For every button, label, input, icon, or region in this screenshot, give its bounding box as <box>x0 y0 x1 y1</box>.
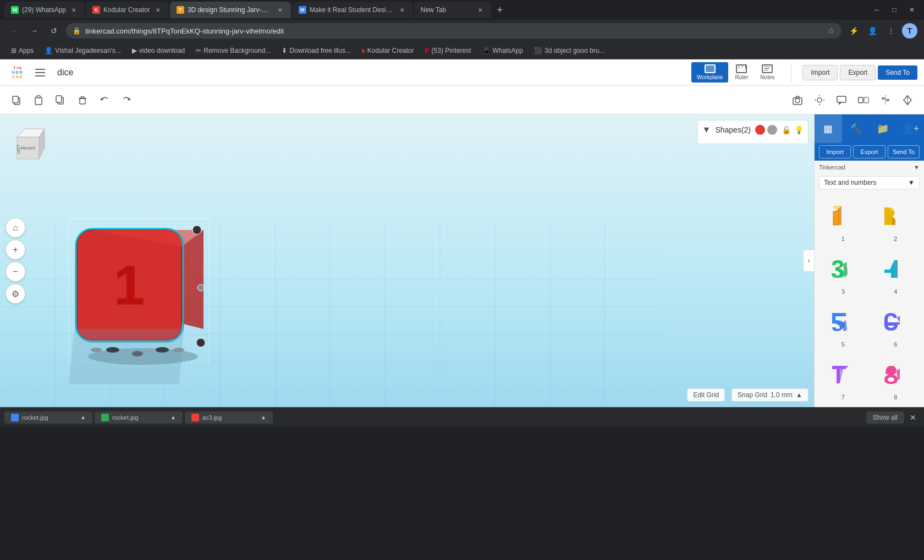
snap-grid-control[interactable]: Snap Grid 1.0 mm ▲ <box>732 388 809 402</box>
bookmark-3dobject[interactable]: ⬛ 3d object gooo bru... <box>530 46 609 56</box>
tc-viewport[interactable]: 1 1 <box>0 114 814 407</box>
menu-icon[interactable] <box>35 65 51 80</box>
eye-icon[interactable]: 💡 <box>794 125 804 134</box>
settings-icon[interactable]: ⋮ <box>883 23 899 39</box>
bookmark-pinterest[interactable]: P (53) Pinterest <box>421 46 476 56</box>
shape-item-1[interactable]: 1 <box>819 196 867 244</box>
edit-grid-button[interactable]: Edit Grid <box>687 388 725 402</box>
shape-item-5[interactable]: 5 <box>819 301 867 350</box>
tab-newtab[interactable]: New Tab ✕ <box>414 2 491 18</box>
flip-tool-button[interactable] <box>898 90 917 110</box>
export-button[interactable]: Export <box>840 65 876 80</box>
taskbar-item-arrow-1[interactable]: ▲ <box>80 414 86 420</box>
tab-close-newtab[interactable]: ✕ <box>476 6 485 14</box>
shape-item-7[interactable]: 7 <box>819 354 867 403</box>
shapes-send-to-button[interactable]: Send To <box>888 145 920 158</box>
redo-icon <box>121 95 132 106</box>
shape-item-4[interactable]: 4 <box>872 249 920 297</box>
shape-item-6[interactable]: 6 <box>872 301 920 350</box>
speech-tool-button[interactable] <box>832 90 851 110</box>
bookmark-star-icon[interactable]: ☆ <box>828 26 835 35</box>
light-tool-button[interactable] <box>810 90 829 110</box>
shape-label-8: 8 <box>894 394 897 400</box>
color-swatch-gray[interactable] <box>767 125 777 135</box>
close-taskbar-button[interactable]: ✕ <box>906 411 920 424</box>
bookmark-removebg[interactable]: ✂ Remove Background... <box>191 46 275 56</box>
notes-button[interactable]: Notes <box>755 62 780 83</box>
shapes-tab-person-add[interactable]: 👤+ <box>897 114 924 143</box>
tab-close-makeitreal[interactable]: ✕ <box>398 6 406 14</box>
settings-view-button[interactable]: ⚙ <box>6 284 25 304</box>
taskbar-item-arrow-2[interactable]: ▲ <box>170 414 176 420</box>
shapes-tab-grid[interactable]: ▦ <box>815 114 842 143</box>
ruler-button[interactable]: Ruler <box>729 62 754 83</box>
shape-item-8[interactable]: 8 <box>872 354 920 403</box>
url-bar[interactable]: 🔒 tinkercad.com/things/8TPqTonEkKQ-stunn… <box>66 23 842 39</box>
home-view-button[interactable]: ⌂ <box>6 218 25 238</box>
bookmark-video[interactable]: ▶ video download <box>128 46 189 56</box>
mirror-tool-button[interactable] <box>854 90 873 110</box>
undo-tool-button[interactable] <box>95 90 114 110</box>
taskbar-item-arrow-3[interactable]: ▲ <box>261 414 266 420</box>
bookmark-apps[interactable]: ⊞ Apps <box>7 46 38 56</box>
apps-icon: ⊞ <box>11 47 16 54</box>
import-button[interactable]: Import <box>802 65 838 80</box>
orientation-cube-svg: FRONT LEFT <box>9 123 53 167</box>
cube-gizmo[interactable]: FRONT LEFT <box>9 123 53 167</box>
profile-sync-icon[interactable]: 👤 <box>865 23 880 39</box>
color-swatch-red[interactable] <box>755 125 765 135</box>
tab-close-whatsapp[interactable]: ✕ <box>69 6 78 14</box>
shape-2-svg <box>880 200 911 231</box>
show-all-button[interactable]: Show all <box>866 411 904 424</box>
bookmark-whatsapp[interactable]: 📱 WhatsApp <box>478 46 527 56</box>
bookmark-download[interactable]: ⬇ Download free illus... <box>277 46 355 56</box>
close-button[interactable]: ✕ <box>904 2 920 18</box>
align-tool-button[interactable] <box>876 90 895 110</box>
svg-rect-8 <box>81 97 84 98</box>
tab-whatsapp[interactable]: W (29) WhatsApp ✕ <box>4 2 85 18</box>
camera-tool-button[interactable] <box>788 90 807 110</box>
shapes-import-button[interactable]: Import <box>819 145 851 158</box>
zoom-in-button[interactable]: + <box>6 240 25 260</box>
maximize-button[interactable]: □ <box>887 2 902 18</box>
shapes-subcategory-dropdown[interactable]: Text and numbers ▼ <box>819 176 920 189</box>
taskbar-item-rocket1[interactable]: rocket.jpg ▲ <box>4 411 92 424</box>
send-to-button[interactable]: Send To <box>878 65 917 80</box>
extensions-icon[interactable]: ⚡ <box>846 23 861 39</box>
bookmark-kodular[interactable]: k Kodular Creator <box>358 46 419 56</box>
tab-close-tinkercad[interactable]: ✕ <box>276 6 284 14</box>
shape-item-3[interactable]: 3 <box>819 249 867 297</box>
taskbar-item-ac3[interactable]: ac3.jpg ▲ <box>185 411 273 424</box>
tab-close-kodular[interactable]: ✕ <box>153 6 162 14</box>
back-button[interactable]: ← <box>7 23 22 39</box>
url-text: tinkercad.com/things/8TPqTonEkKQ-stunnin… <box>85 27 823 35</box>
taskbar-item-label-2: rocket.jpg <box>112 414 167 421</box>
duplicate-tool-button[interactable] <box>51 90 70 110</box>
bookmark-vishal[interactable]: 👤 Vishal Jegadeesan's... <box>40 46 125 56</box>
tab-kodular[interactable]: K Kodular Creator ✕ <box>86 2 169 18</box>
minimize-button[interactable]: ─ <box>869 2 884 18</box>
shapes-tab-folder[interactable]: 📁 <box>870 114 897 143</box>
zoom-out-button[interactable]: − <box>6 262 25 282</box>
tab-tinkercad[interactable]: T 3D design Stunning Jarv-Vihelmo... ✕ <box>170 2 291 18</box>
forward-button[interactable]: → <box>26 23 42 39</box>
shapes-dropdown-icon[interactable]: ▼ <box>702 125 711 135</box>
copy-tool-button[interactable] <box>7 90 26 110</box>
paste-tool-button[interactable] <box>29 90 48 110</box>
taskbar-item-rocket2[interactable]: rocket.jpg ▲ <box>95 411 183 424</box>
workplane-button[interactable]: Workplane <box>691 62 729 83</box>
tab-title-newtab: New Tab <box>421 6 472 14</box>
shapes-export-button[interactable]: Export <box>853 145 885 158</box>
shapes-tab-hammer[interactable]: 🔨 <box>842 114 870 143</box>
redo-tool-button[interactable] <box>117 90 136 110</box>
shape-item-2[interactable]: 2 <box>872 196 920 244</box>
reload-button[interactable]: ↺ <box>46 23 62 39</box>
lock-shape-icon[interactable]: 🔒 <box>782 125 791 134</box>
profile-avatar[interactable]: T <box>902 23 917 39</box>
collapse-sidebar-button[interactable]: › <box>803 250 814 272</box>
design-title-input[interactable] <box>57 68 167 78</box>
new-tab-button[interactable]: + <box>492 2 508 18</box>
shapes-category-tinkercad[interactable]: Tinkercad ▼ <box>815 161 924 174</box>
delete-tool-button[interactable] <box>73 90 92 110</box>
tab-makeitreal[interactable]: M Make it Real Student Design Cha... ✕ <box>292 2 413 18</box>
